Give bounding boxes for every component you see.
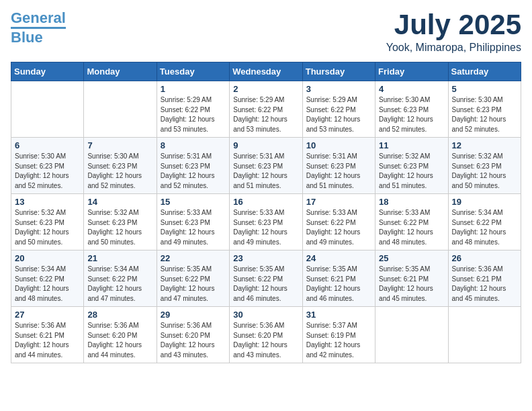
calendar-cell: 18Sunrise: 5:33 AM Sunset: 6:22 PM Dayli… [375,194,448,250]
calendar-cell: 11Sunrise: 5:32 AM Sunset: 6:23 PM Dayli… [375,138,448,194]
cell-content: Sunrise: 5:30 AM Sunset: 6:23 PM Dayligh… [452,95,517,134]
cell-content: Sunrise: 5:32 AM Sunset: 6:23 PM Dayligh… [87,208,152,247]
cell-content: Sunrise: 5:36 AM Sunset: 6:20 PM Dayligh… [161,321,226,360]
calendar-header-row: SundayMondayTuesdayWednesdayThursdayFrid… [11,62,521,81]
cell-content: Sunrise: 5:35 AM Sunset: 6:22 PM Dayligh… [233,265,298,304]
day-number: 22 [161,253,226,263]
month-title: July 2025 [386,11,521,39]
day-of-week-header: Saturday [448,62,521,81]
cell-content: Sunrise: 5:36 AM Sunset: 6:21 PM Dayligh… [15,321,80,360]
cell-content: Sunrise: 5:32 AM Sunset: 6:23 PM Dayligh… [452,152,517,191]
cell-content: Sunrise: 5:35 AM Sunset: 6:21 PM Dayligh… [379,265,444,304]
day-number: 20 [15,253,80,263]
calendar-cell: 16Sunrise: 5:33 AM Sunset: 6:23 PM Dayli… [230,194,302,250]
calendar-cell: 30Sunrise: 5:36 AM Sunset: 6:20 PM Dayli… [230,307,302,363]
cell-content: Sunrise: 5:29 AM Sunset: 6:22 PM Dayligh… [161,95,226,134]
day-number: 2 [233,84,298,94]
day-number: 15 [161,197,226,207]
day-number: 11 [379,140,444,150]
calendar-cell: 27Sunrise: 5:36 AM Sunset: 6:21 PM Dayli… [11,307,84,363]
calendar-week-row: 13Sunrise: 5:32 AM Sunset: 6:23 PM Dayli… [11,194,521,250]
calendar-cell: 5Sunrise: 5:30 AM Sunset: 6:23 PM Daylig… [448,81,521,138]
cell-content: Sunrise: 5:30 AM Sunset: 6:23 PM Dayligh… [379,95,444,134]
day-number: 3 [306,84,371,94]
day-number: 7 [87,140,152,150]
cell-content: Sunrise: 5:36 AM Sunset: 6:21 PM Dayligh… [452,265,517,304]
day-number: 29 [161,310,226,320]
cell-content: Sunrise: 5:34 AM Sunset: 6:22 PM Dayligh… [15,265,80,304]
calendar-cell: 22Sunrise: 5:35 AM Sunset: 6:22 PM Dayli… [157,250,229,307]
day-number: 5 [452,84,517,94]
day-number: 12 [452,140,517,150]
day-of-week-header: Thursday [302,62,375,81]
cell-content: Sunrise: 5:33 AM Sunset: 6:23 PM Dayligh… [161,208,226,247]
logo: General Blue [11,11,66,46]
logo-blue: Blue [11,29,43,46]
day-number: 8 [161,140,226,150]
day-number: 16 [233,197,298,207]
calendar-cell: 29Sunrise: 5:36 AM Sunset: 6:20 PM Dayli… [157,307,229,363]
calendar-cell [375,307,448,363]
calendar-cell: 8Sunrise: 5:31 AM Sunset: 6:23 PM Daylig… [157,138,229,194]
day-number: 21 [87,253,152,263]
day-of-week-header: Tuesday [157,62,229,81]
cell-content: Sunrise: 5:31 AM Sunset: 6:23 PM Dayligh… [161,152,226,191]
cell-content: Sunrise: 5:32 AM Sunset: 6:23 PM Dayligh… [15,208,80,247]
calendar-cell: 4Sunrise: 5:30 AM Sunset: 6:23 PM Daylig… [375,81,448,138]
cell-content: Sunrise: 5:32 AM Sunset: 6:23 PM Dayligh… [379,152,444,191]
cell-content: Sunrise: 5:30 AM Sunset: 6:23 PM Dayligh… [87,152,152,191]
cell-content: Sunrise: 5:35 AM Sunset: 6:21 PM Dayligh… [306,265,371,304]
calendar-cell: 25Sunrise: 5:35 AM Sunset: 6:21 PM Dayli… [375,250,448,307]
calendar-cell: 21Sunrise: 5:34 AM Sunset: 6:22 PM Dayli… [84,250,157,307]
calendar-cell: 10Sunrise: 5:31 AM Sunset: 6:23 PM Dayli… [302,138,375,194]
calendar-cell: 1Sunrise: 5:29 AM Sunset: 6:22 PM Daylig… [157,81,229,138]
day-number: 18 [379,197,444,207]
day-of-week-header: Wednesday [230,62,302,81]
day-number: 28 [87,310,152,320]
calendar-cell [11,81,84,138]
calendar-cell [448,307,521,363]
calendar-cell: 20Sunrise: 5:34 AM Sunset: 6:22 PM Dayli… [11,250,84,307]
cell-content: Sunrise: 5:33 AM Sunset: 6:22 PM Dayligh… [379,208,444,247]
calendar-cell: 31Sunrise: 5:37 AM Sunset: 6:19 PM Dayli… [302,307,375,363]
cell-content: Sunrise: 5:29 AM Sunset: 6:22 PM Dayligh… [233,95,298,134]
day-of-week-header: Sunday [11,62,84,81]
logo-general: General [11,9,66,26]
calendar-week-row: 6Sunrise: 5:30 AM Sunset: 6:23 PM Daylig… [11,138,521,194]
calendar-week-row: 27Sunrise: 5:36 AM Sunset: 6:21 PM Dayli… [11,307,521,363]
day-number: 31 [306,310,371,320]
cell-content: Sunrise: 5:34 AM Sunset: 6:22 PM Dayligh… [452,208,517,247]
calendar-cell: 19Sunrise: 5:34 AM Sunset: 6:22 PM Dayli… [448,194,521,250]
cell-content: Sunrise: 5:37 AM Sunset: 6:19 PM Dayligh… [306,321,371,360]
cell-content: Sunrise: 5:34 AM Sunset: 6:22 PM Dayligh… [87,265,152,304]
location-title: Yook, Mimaropa, Philippines [386,42,521,54]
calendar-cell [84,81,157,138]
cell-content: Sunrise: 5:36 AM Sunset: 6:20 PM Dayligh… [87,321,152,360]
calendar-cell: 13Sunrise: 5:32 AM Sunset: 6:23 PM Dayli… [11,194,84,250]
day-of-week-header: Friday [375,62,448,81]
day-number: 10 [306,140,371,150]
day-number: 26 [452,253,517,263]
title-block: July 2025 Yook, Mimaropa, Philippines [386,11,521,54]
calendar-week-row: 20Sunrise: 5:34 AM Sunset: 6:22 PM Dayli… [11,250,521,307]
cell-content: Sunrise: 5:31 AM Sunset: 6:23 PM Dayligh… [306,152,371,191]
calendar-week-row: 1Sunrise: 5:29 AM Sunset: 6:22 PM Daylig… [11,81,521,138]
cell-content: Sunrise: 5:36 AM Sunset: 6:20 PM Dayligh… [233,321,298,360]
day-of-week-header: Monday [84,62,157,81]
day-number: 13 [15,197,80,207]
cell-content: Sunrise: 5:33 AM Sunset: 6:23 PM Dayligh… [233,208,298,247]
page-header: General Blue July 2025 Yook, Mimaropa, P… [11,11,521,54]
day-number: 25 [379,253,444,263]
cell-content: Sunrise: 5:29 AM Sunset: 6:22 PM Dayligh… [306,95,371,134]
calendar-cell: 26Sunrise: 5:36 AM Sunset: 6:21 PM Dayli… [448,250,521,307]
calendar-cell: 24Sunrise: 5:35 AM Sunset: 6:21 PM Dayli… [302,250,375,307]
day-number: 6 [15,140,80,150]
calendar-cell: 2Sunrise: 5:29 AM Sunset: 6:22 PM Daylig… [230,81,302,138]
cell-content: Sunrise: 5:30 AM Sunset: 6:23 PM Dayligh… [15,152,80,191]
calendar-cell: 15Sunrise: 5:33 AM Sunset: 6:23 PM Dayli… [157,194,229,250]
day-number: 14 [87,197,152,207]
calendar-cell: 3Sunrise: 5:29 AM Sunset: 6:22 PM Daylig… [302,81,375,138]
calendar-cell: 23Sunrise: 5:35 AM Sunset: 6:22 PM Dayli… [230,250,302,307]
day-number: 19 [452,197,517,207]
cell-content: Sunrise: 5:31 AM Sunset: 6:23 PM Dayligh… [233,152,298,191]
